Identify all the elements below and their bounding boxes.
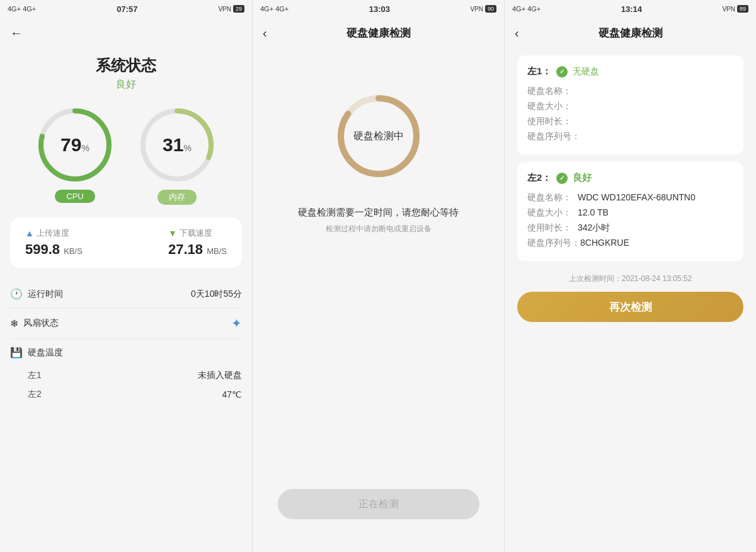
signal-icons-1: 4G+ 4G+ xyxy=(8,5,36,13)
recheck-button[interactable]: 再次检测 xyxy=(517,292,743,322)
download-item: ▼ 下载速度 27.18 MB/S xyxy=(168,227,227,258)
info-section: 🕐 运行时间 0天10时55分 ❄ 风扇状态 ✦ 💾 硬盘温度 xyxy=(0,280,252,366)
disk1-serial-key: 硬盘序列号： xyxy=(527,131,580,142)
cpu-gauge: 79% CPU xyxy=(34,104,116,205)
back-button-1[interactable]: ← xyxy=(10,26,23,40)
disk2-serial-row: 硬盘序列号： 8CHGKRUE xyxy=(527,236,733,251)
disk2-section: 左2： ✓ 良好 硬盘名称： WDC WD120EFAX-68UNTN0 硬盘大… xyxy=(517,162,743,261)
status-icons-1: VPN 29 xyxy=(218,5,244,13)
time-2: 13:03 xyxy=(369,4,390,14)
disk1-size-key: 硬盘大小： xyxy=(527,101,578,112)
disk1-time-row: 使用时长： xyxy=(527,114,733,129)
upload-item: ▲ 上传速度 599.8 KB/S xyxy=(25,227,83,258)
panel3-content: 左1： ✓ 无硬盘 硬盘名称： 硬盘大小： 使用时长： 硬盘序列号： xyxy=(505,48,756,552)
ram-value: 31 xyxy=(163,134,183,155)
disk2-position: 左2： xyxy=(527,172,551,184)
panel2-content: 硬盘检测中 硬盘检测需要一定时间，请您耐心等待 检测过程中请勿断电或重启设备 正… xyxy=(253,48,504,552)
vpn-label-1: VPN xyxy=(218,6,231,13)
runtime-value: 0天10时55分 xyxy=(191,289,242,300)
disk-temp-row: 💾 硬盘温度 xyxy=(10,339,242,366)
nav-title-3: 硬盘健康检测 xyxy=(598,26,663,40)
ram-gauge-wrap: 31% xyxy=(136,104,218,186)
disk-temp-label: 硬盘温度 xyxy=(28,347,63,359)
vpn-badge-1: 29 xyxy=(233,5,244,13)
disk-left2-label: 左2 xyxy=(10,389,42,400)
disk-spinner: 硬盘检测中 xyxy=(328,86,429,187)
disk1-status-icon: ✓ xyxy=(556,66,568,78)
nav-bar-3: ‹ 硬盘健康检测 xyxy=(505,18,756,48)
disk2-size-key: 硬盘大小： xyxy=(527,207,578,219)
disk-left1-value: 未插入硬盘 xyxy=(198,370,242,381)
upload-label: ▲ 上传速度 xyxy=(25,227,83,239)
cpu-unit: % xyxy=(81,143,89,153)
system-title: 系统状态 xyxy=(0,55,252,76)
gauges-row: 79% CPU 31% 内存 xyxy=(0,104,252,205)
upload-value: 599.8 KB/S xyxy=(25,241,83,258)
status-bar-1: 4G+ 4G+ 07:57 VPN 29 xyxy=(0,0,252,18)
disk1-name-key: 硬盘名称： xyxy=(527,86,578,97)
disk1-time-key: 使用时长： xyxy=(527,116,578,127)
disk-main-msg: 硬盘检测需要一定时间，请您耐心等待 xyxy=(298,207,459,219)
status-icons-2: VPN 90 xyxy=(470,5,496,13)
status-bar-2: 4G+ 4G+ 13:03 VPN 90 xyxy=(253,0,504,18)
download-label: ▼ 下载速度 xyxy=(168,227,227,239)
last-check-time: 上次检测时间：2021-08-24 13:05:52 xyxy=(517,273,743,284)
disk2-time-row: 使用时长： 342小时 xyxy=(527,221,733,236)
fan-row: ❄ 风扇状态 ✦ xyxy=(10,308,242,339)
fan-icon: ❄ xyxy=(10,318,18,330)
panel-disk-checking: 4G+ 4G+ 13:03 VPN 90 ‹ 硬盘健康检测 硬盘检测中 硬盘检测… xyxy=(252,0,504,552)
back-button-2[interactable]: ‹ xyxy=(263,26,267,40)
disk1-serial-row: 硬盘序列号： xyxy=(527,129,733,144)
disk2-name-row: 硬盘名称： WDC WD120EFAX-68UNTN0 xyxy=(527,190,733,205)
cpu-label: CPU xyxy=(55,190,94,203)
vpn-badge-3: 89 xyxy=(737,5,748,13)
disk1-size-row: 硬盘大小： xyxy=(527,99,733,114)
cpu-value: 79 xyxy=(60,134,81,155)
time-3: 13:14 xyxy=(621,4,642,14)
time-1: 07:57 xyxy=(117,4,137,14)
cpu-gauge-wrap: 79% xyxy=(34,104,116,186)
clock-icon: 🕐 xyxy=(10,288,23,300)
disk2-size-row: 硬盘大小： 12.0 TB xyxy=(527,205,733,221)
signal-icons-3: 4G+ 4G+ xyxy=(512,5,541,13)
disk-sub-msg: 检测过程中请勿断电或重启设备 xyxy=(326,224,432,234)
ram-gauge: 31% 内存 xyxy=(136,104,218,205)
vpn-badge-2: 90 xyxy=(485,5,496,13)
ram-label: 内存 xyxy=(158,190,197,205)
disk2-serial-key: 硬盘序列号： xyxy=(527,238,580,249)
disk-left1-row: 左1 未插入硬盘 xyxy=(10,366,242,385)
disk1-name-row: 硬盘名称： xyxy=(527,84,733,99)
disk2-time-key: 使用时长： xyxy=(527,222,578,234)
disk2-status-text: 良好 xyxy=(573,172,592,184)
disk2-header: 左2： ✓ 良好 xyxy=(527,172,733,184)
download-unit: MB/S xyxy=(207,246,227,256)
panel-system-status: 4G+ 4G+ 07:57 VPN 29 ← 系统状态 良好 xyxy=(0,0,252,552)
signal-icons-2: 4G+ 4G+ xyxy=(260,5,289,13)
download-value: 27.18 MB/S xyxy=(168,241,227,258)
panel1-content: 系统状态 良好 79% CPU xyxy=(0,48,252,552)
disk-left1-label: 左1 xyxy=(10,370,42,381)
disk2-status-icon: ✓ xyxy=(556,173,568,184)
disk2-time-val: 342小时 xyxy=(578,222,610,234)
runtime-row: 🕐 运行时间 0天10时55分 xyxy=(10,280,242,308)
checking-button: 正在检测 xyxy=(278,489,479,519)
fan-status-icon: ✦ xyxy=(231,316,242,331)
disk2-serial-val: 8CHGKRUE xyxy=(580,238,629,249)
disk1-section: 左1： ✓ 无硬盘 硬盘名称： 硬盘大小： 使用时长： 硬盘序列号： xyxy=(517,55,743,154)
disk2-size-val: 12.0 TB xyxy=(578,207,609,219)
upload-unit: KB/S xyxy=(64,246,83,256)
panel-disk-results: 4G+ 4G+ 13:14 VPN 89 ‹ 硬盘健康检测 左1： ✓ 无硬盘 … xyxy=(504,0,756,552)
upload-arrow-icon: ▲ xyxy=(25,228,34,238)
network-card: ▲ 上传速度 599.8 KB/S ▼ 下载速度 27.18 MB/S xyxy=(10,217,242,268)
nav-bar-1: ← xyxy=(0,18,252,48)
nav-title-2: 硬盘健康检测 xyxy=(346,26,411,40)
status-icons-3: VPN 89 xyxy=(722,5,748,13)
spinner-center-text: 硬盘检测中 xyxy=(353,130,404,143)
disk1-position: 左1： xyxy=(527,66,551,78)
disk2-name-key: 硬盘名称： xyxy=(527,192,578,204)
back-button-3[interactable]: ‹ xyxy=(515,26,519,40)
fan-label: 风扇状态 xyxy=(23,318,59,329)
disk1-status-text: 无硬盘 xyxy=(573,66,599,78)
disk-sub-section: 左1 未插入硬盘 左2 47℃ xyxy=(0,366,252,404)
download-arrow-icon: ▼ xyxy=(168,228,177,238)
